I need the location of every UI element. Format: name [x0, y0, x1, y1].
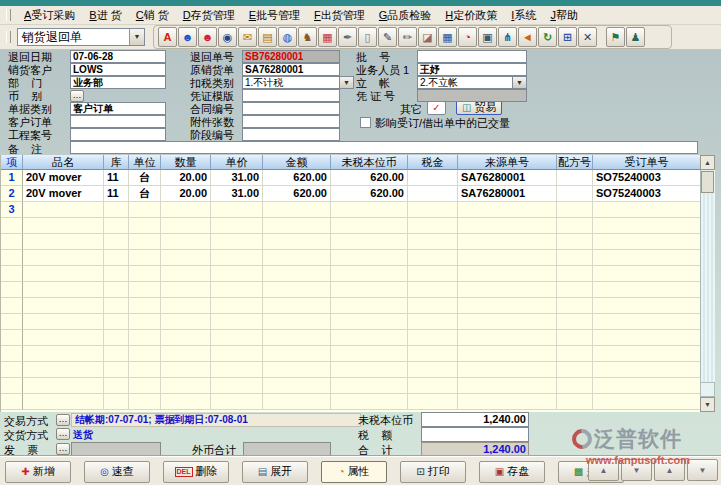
- scroll-up-icon[interactable]: ▲: [700, 155, 715, 170]
- grid-cell-r3-c0[interactable]: 3: [1, 202, 23, 218]
- grid-cell-r15-c5[interactable]: [211, 394, 263, 410]
- grid-cell-r12-c10[interactable]: [557, 346, 593, 362]
- grid-cell-r2-c0[interactable]: 2: [1, 186, 23, 202]
- tax-amount-field[interactable]: [421, 427, 529, 442]
- grid-cell-r2-c10[interactable]: [557, 186, 593, 202]
- grid-cell-r2-c7[interactable]: 620.00: [331, 186, 408, 202]
- grid-cell-r10-c6[interactable]: [263, 314, 331, 330]
- left-field-0[interactable]: 07-06-28: [70, 50, 166, 63]
- grid-cell-r1-c6[interactable]: 620.00: [263, 170, 331, 186]
- grid-cell-r7-c8[interactable]: [408, 266, 458, 282]
- close-x-icon[interactable]: ✕: [578, 27, 597, 47]
- menu-item-H[interactable]: H定价政策: [438, 7, 504, 24]
- middle-field-2[interactable]: 1.不计税: [242, 76, 340, 89]
- net-total-field[interactable]: 1,240.00: [421, 412, 529, 427]
- grid-cell-r14-c11[interactable]: [593, 378, 701, 394]
- grid-cell-r2-c5[interactable]: 31.00: [211, 186, 263, 202]
- grid-cell-r8-c3[interactable]: [129, 282, 161, 298]
- left-field-1[interactable]: LOWS: [70, 63, 166, 76]
- scroll-extra-button[interactable]: [700, 382, 715, 397]
- grid-cell-r9-c1[interactable]: [23, 298, 104, 314]
- nav-next-button[interactable]: ▲: [654, 459, 685, 481]
- toolbar-grip[interactable]: [6, 31, 11, 43]
- grid-cell-r11-c9[interactable]: [458, 330, 557, 346]
- grid-cell-r14-c9[interactable]: [458, 378, 557, 394]
- grid-cell-r14-c2[interactable]: [104, 378, 129, 394]
- globe-icon[interactable]: ◍: [278, 27, 297, 47]
- left-field-6[interactable]: [70, 128, 166, 141]
- menu-item-D[interactable]: D存货管理: [176, 7, 242, 24]
- grid-cell-r13-c5[interactable]: [211, 362, 263, 378]
- grid-cell-r7-c10[interactable]: [557, 266, 593, 282]
- grid-cell-r6-c11[interactable]: [593, 250, 701, 266]
- grid-cell-r2-c9[interactable]: SA76280001: [458, 186, 557, 202]
- grid-cell-r15-c9[interactable]: [458, 394, 557, 410]
- grid-cell-r3-c7[interactable]: [331, 202, 408, 218]
- refresh-doc-icon[interactable]: ↻: [538, 27, 557, 47]
- grid-cell-r4-c7[interactable]: [331, 218, 408, 234]
- grid-cell-r11-c0[interactable]: [1, 330, 23, 346]
- grid-cell-r11-c10[interactable]: [557, 330, 593, 346]
- menu-item-B[interactable]: B进 货: [82, 7, 128, 24]
- grid-cell-r15-c2[interactable]: [104, 394, 129, 410]
- grid-cell-r1-c7[interactable]: 620.00: [331, 170, 408, 186]
- grid-cell-r6-c5[interactable]: [211, 250, 263, 266]
- grid-cell-r2-c1[interactable]: 20V mover: [23, 186, 104, 202]
- document-icon[interactable]: ▯: [358, 27, 377, 47]
- grid-cell-r3-c4[interactable]: [161, 202, 211, 218]
- grid-cell-r1-c0[interactable]: 1: [1, 170, 23, 186]
- grid-cell-r2-c6[interactable]: 620.00: [263, 186, 331, 202]
- grid-cell-r11-c3[interactable]: [129, 330, 161, 346]
- grid-cell-r5-c8[interactable]: [408, 234, 458, 250]
- grid-cell-r10-c5[interactable]: [211, 314, 263, 330]
- delete-button[interactable]: DEL删除: [163, 461, 229, 483]
- quick-search-button[interactable]: ◎速查: [84, 461, 150, 483]
- grid-cell-r8-c0[interactable]: [1, 282, 23, 298]
- chevron-down-icon[interactable]: ▼: [129, 29, 144, 45]
- grid-cell-r11-c11[interactable]: [593, 330, 701, 346]
- grid-cell-r13-c6[interactable]: [263, 362, 331, 378]
- expand-button[interactable]: ▤展开: [242, 461, 308, 483]
- grid-cell-r15-c11[interactable]: [593, 394, 701, 410]
- grid-cell-r1-c1[interactable]: 20V mover: [23, 170, 104, 186]
- grid-cell-r5-c2[interactable]: [104, 234, 129, 250]
- grid-cell-r12-c0[interactable]: [1, 346, 23, 362]
- grid-cell-r3-c9[interactable]: [458, 202, 557, 218]
- grid-cell-r14-c3[interactable]: [129, 378, 161, 394]
- grid-cell-r4-c1[interactable]: [23, 218, 104, 234]
- invoice-ellipsis-button[interactable]: …: [56, 443, 70, 455]
- grid-cell-r4-c4[interactable]: [161, 218, 211, 234]
- nav-last-button[interactable]: ▼: [687, 459, 718, 481]
- grid-cell-r11-c5[interactable]: [211, 330, 263, 346]
- grid-cell-r7-c4[interactable]: [161, 266, 211, 282]
- grid-cell-r4-c2[interactable]: [104, 218, 129, 234]
- grid-cell-r8-c2[interactable]: [104, 282, 129, 298]
- grid-cell-r2-c3[interactable]: 台: [129, 186, 161, 202]
- grid-cell-r15-c4[interactable]: [161, 394, 211, 410]
- copy-window-icon[interactable]: ⊞: [558, 27, 577, 47]
- left-field-5[interactable]: [70, 115, 166, 128]
- remark-field[interactable]: [70, 141, 698, 154]
- middle-field-4[interactable]: [242, 102, 340, 115]
- currency-ellipsis-button[interactable]: …: [70, 90, 84, 102]
- properties-button[interactable]: ◔属性: [321, 461, 387, 483]
- grid-cell-r6-c3[interactable]: [129, 250, 161, 266]
- right-field-1[interactable]: 王妤: [417, 63, 527, 76]
- middle-field-5[interactable]: [242, 115, 340, 128]
- right-field-0[interactable]: [417, 50, 527, 63]
- grid-cell-r3-c3[interactable]: [129, 202, 161, 218]
- trade-mode-ellipsis-button[interactable]: …: [56, 414, 70, 426]
- grid-cell-r4-c10[interactable]: [557, 218, 593, 234]
- doc-type-select[interactable]: 销货退回单 ▼: [17, 28, 145, 46]
- menu-item-F[interactable]: F出货管理: [307, 7, 372, 24]
- grid-cell-r4-c3[interactable]: [129, 218, 161, 234]
- grid-cell-r11-c8[interactable]: [408, 330, 458, 346]
- flag-icon[interactable]: ⚑: [606, 27, 625, 47]
- grid-cell-r10-c1[interactable]: [23, 314, 104, 330]
- grid-cell-r12-c4[interactable]: [161, 346, 211, 362]
- grid-cell-r8-c1[interactable]: [23, 282, 104, 298]
- grid-cell-r15-c0[interactable]: [1, 394, 23, 410]
- grid-cell-r5-c5[interactable]: [211, 234, 263, 250]
- grid-cell-r1-c5[interactable]: 31.00: [211, 170, 263, 186]
- grid-cell-r1-c4[interactable]: 20.00: [161, 170, 211, 186]
